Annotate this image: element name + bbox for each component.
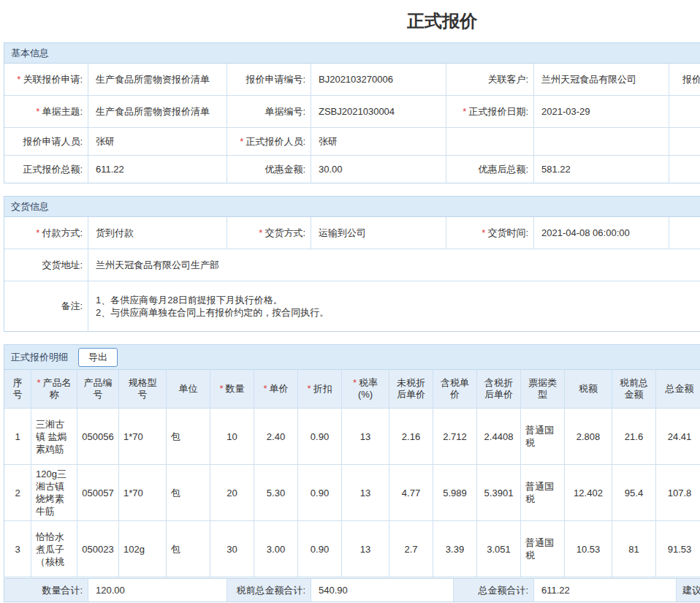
- field-label: 正式报价总额:: [4, 156, 88, 183]
- table-cell: 2.4408: [477, 409, 521, 464]
- form-row: 正式报价总额: 611.22 优惠金额: 30.00 优惠后总额: 581.22: [4, 156, 700, 183]
- field-value: 1、各供应商每月28日前提报下月执行价格。 2、与供应商单独在合同上有报价约定的…: [88, 281, 700, 331]
- form-row: *付款方式: 货到付款 *交货方式: 运输到公司 *交货时间: 2021-04-…: [4, 217, 700, 249]
- section-delivery-info: 交货信息 *付款方式: 货到付款 *交货方式: 运输到公司 *交货时间: 202…: [4, 196, 700, 332]
- table-header-cell: 税前总金额: [612, 370, 656, 408]
- table-header-cell: *单价: [254, 370, 298, 408]
- required-mark: *: [36, 106, 39, 117]
- table-cell: 10.53: [565, 521, 612, 577]
- field-label: 报价申请编号:: [227, 64, 311, 95]
- table-header-cell: 含税折后单价: [477, 370, 521, 408]
- table-cell: 0.90: [298, 409, 342, 464]
- total-value: 120.00: [88, 579, 227, 602]
- total-label: 建议: [677, 579, 700, 602]
- table-cell: 13: [342, 465, 389, 520]
- table-cell: 10: [210, 409, 254, 464]
- required-mark: *: [263, 383, 267, 394]
- table-header-cell: 含税单价: [433, 370, 477, 408]
- export-button[interactable]: 导出: [78, 348, 118, 367]
- field-label: 单据编号:: [227, 96, 311, 127]
- table-cell: 2.808: [565, 409, 612, 464]
- table-cell: 普通国税: [521, 465, 565, 520]
- field-value: 运输到公司: [311, 217, 446, 249]
- table-cell: 13: [342, 409, 389, 464]
- field-label: [669, 156, 700, 183]
- table-cell: 三湘古镇 盐焗素鸡筋: [31, 409, 77, 464]
- required-mark: *: [353, 377, 357, 388]
- field-label: *正式报价人员:: [227, 128, 311, 155]
- required-mark: *: [219, 383, 223, 394]
- field-label: 优惠金额:: [227, 156, 311, 183]
- field-value: 张研: [311, 128, 446, 155]
- field-value: 30.00: [311, 156, 446, 183]
- table-cell: 普通国税: [521, 521, 565, 577]
- table-cell: 20: [210, 465, 254, 520]
- required-mark: *: [259, 227, 262, 238]
- field-label: [669, 217, 700, 249]
- table-cell: 1*70: [119, 465, 167, 520]
- field-label: *交货时间:: [446, 217, 534, 249]
- table-cell: 包: [167, 409, 210, 464]
- required-mark: *: [37, 377, 40, 388]
- table-header-cell: 总金额: [656, 370, 700, 408]
- table-cell: 3: [4, 521, 31, 577]
- table-cell: 30: [210, 521, 254, 577]
- table-cell: 0.90: [298, 521, 342, 577]
- form-row: 备注: 1、各供应商每月28日前提报下月执行价格。 2、与供应商单独在合同上有报…: [4, 281, 700, 331]
- field-value: 兰州天冠食品有限公司生产部: [88, 249, 700, 281]
- table-cell: 21.6: [612, 409, 656, 464]
- table-cell: 5.989: [433, 465, 477, 520]
- field-value: 兰州天冠食品有限公司: [534, 64, 669, 95]
- table-cell: 0.90: [298, 465, 342, 520]
- table-header-cell: *数量: [210, 370, 254, 408]
- field-value: 张研: [88, 128, 227, 155]
- field-value: [534, 128, 669, 155]
- form-row: *单据主题: 生产食品所需物资报价清单 单据编号: ZSBJ2021030004…: [4, 96, 700, 128]
- table-cell: 4.77: [389, 465, 433, 520]
- required-mark: *: [36, 227, 39, 238]
- field-label: 报价: [669, 64, 700, 95]
- page-title-bar: 正式报价: [0, 0, 700, 42]
- table-cell: 050023: [77, 521, 119, 577]
- page-title: 正式报价: [407, 10, 477, 33]
- table-cell: 普通国税: [521, 409, 565, 464]
- field-value: 2021-03-29: [534, 96, 669, 127]
- total-label: 总金额合计:: [454, 579, 534, 602]
- table-cell: 5.3901: [477, 465, 521, 520]
- table-cell: 050057: [77, 465, 119, 520]
- field-label: *单据主题:: [4, 96, 88, 127]
- section-details-header: 正式报价明细 导出: [4, 345, 700, 370]
- table-header-cell: 票据类型: [521, 370, 565, 408]
- table-row: 1 三湘古镇 盐焗素鸡筋 050056 1*70 包 10 2.40 0.90 …: [4, 409, 700, 465]
- table-header-cell: 税额: [565, 370, 612, 408]
- table-cell: 1*70: [119, 409, 167, 464]
- required-mark: *: [482, 227, 485, 238]
- form-row: 报价申请人员: 张研 *正式报价人员: 张研: [4, 128, 700, 156]
- table-cell: 1: [4, 409, 31, 464]
- section-quote-details: 正式报价明细 导出 序号 *产品名称 产品编号 规格型号 单位 *数量 *单价 …: [4, 344, 700, 577]
- table-cell: 包: [167, 521, 210, 577]
- field-label: [446, 128, 534, 155]
- field-value: 生产食品所需物资报价清单: [88, 64, 227, 95]
- field-value: ZSBJ2021030004: [311, 96, 446, 127]
- total-value: 540.90: [311, 579, 454, 602]
- total-value: 611.22: [534, 579, 677, 602]
- table-cell: 050056: [77, 409, 119, 464]
- table-header-cell: 产品编号: [77, 370, 119, 408]
- table-cell: 3.39: [433, 521, 477, 577]
- table-cell: 95.4: [612, 465, 656, 520]
- required-mark: *: [463, 106, 466, 117]
- table-cell: 12.402: [565, 465, 612, 520]
- table-header-cell: 规格型号: [119, 370, 167, 408]
- table-cell: 2.16: [389, 409, 433, 464]
- field-label: *交货方式:: [227, 217, 311, 249]
- field-value: 611.22: [88, 156, 227, 183]
- section-title: 基本信息: [11, 47, 49, 60]
- total-label: 数量合计:: [4, 579, 88, 602]
- table-cell: 恰恰水煮瓜子（核桃: [31, 521, 77, 577]
- form-row: *关联报价申请: 生产食品所需物资报价清单 报价申请编号: BJ20210327…: [4, 64, 700, 96]
- required-mark: *: [240, 136, 243, 147]
- table-cell: 107.8: [656, 465, 700, 520]
- field-label: [669, 128, 700, 155]
- table-cell: 13: [342, 521, 389, 577]
